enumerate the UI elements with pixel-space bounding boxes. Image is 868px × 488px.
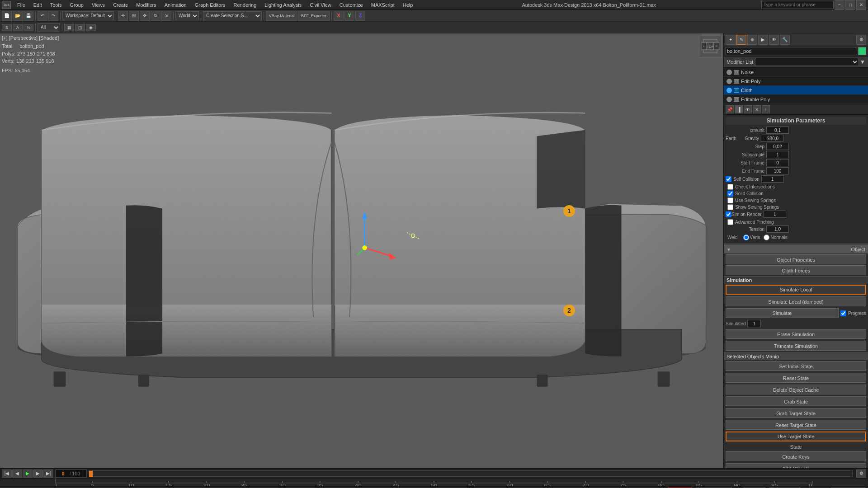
menu-modifiers[interactable]: Modifiers [132, 1, 160, 9]
delete-object-cache-btn[interactable]: Delete Object Cache [726, 385, 866, 394]
motion-tab[interactable]: ▶ [758, 35, 768, 45]
go-start-btn[interactable]: |◀ [2, 469, 12, 478]
utilities-tab[interactable]: 🔧 [780, 35, 790, 45]
modifier-dropdown[interactable] [755, 58, 859, 66]
rp-settings-btn[interactable]: ⚙ [856, 35, 866, 45]
show-sewing-springs-check[interactable] [727, 204, 733, 210]
workspace-select[interactable]: Workspace: Default [62, 11, 114, 20]
isolate-btn[interactable]: ◉ [86, 24, 96, 31]
solid-collision-check[interactable] [727, 191, 733, 197]
reset-target-state-btn[interactable]: Reset Target State [726, 420, 866, 430]
current-frame-input[interactable] [57, 471, 69, 476]
verts-radio[interactable] [743, 235, 749, 240]
maximize-btn[interactable]: □ [845, 0, 855, 10]
filter-select[interactable]: Create Selection S... [203, 11, 262, 20]
timeline-scrubber[interactable] [89, 470, 853, 477]
hierarchy-tab[interactable]: ⊕ [747, 35, 757, 45]
sim-on-render-check[interactable] [726, 211, 731, 217]
modify-tab[interactable]: ✎ [736, 35, 746, 45]
modifier-item-editablepoly[interactable]: □ Editable Poly [724, 95, 868, 104]
menu-edit[interactable]: Edit [30, 1, 46, 9]
new-file-btn[interactable]: 📄 [2, 11, 12, 21]
ref-coord-select[interactable]: World [175, 11, 199, 20]
filter-type-select[interactable]: All [38, 23, 60, 32]
start-frame-input[interactable] [766, 159, 789, 166]
cm-unit-input[interactable] [766, 127, 789, 134]
progress-check-input[interactable] [840, 310, 846, 316]
object-name-input[interactable] [726, 47, 857, 55]
nav-cube[interactable]: TOP L R [699, 35, 722, 58]
x-axis-btn[interactable]: X [334, 11, 344, 21]
menu-file[interactable]: File [14, 1, 29, 9]
use-target-state-btn[interactable]: Use Target State [726, 432, 866, 441]
wireframe-btn[interactable]: ◫ [75, 24, 85, 31]
mod-active-btn[interactable]: ▐ [735, 105, 743, 113]
menu-rendering[interactable]: Rendering [230, 1, 260, 9]
verts-radio-opt[interactable]: Verts [743, 235, 760, 240]
truncate-simulation-btn[interactable]: Truncate Simulation [726, 341, 866, 351]
menu-create[interactable]: Create [109, 1, 132, 9]
menu-customize[interactable]: Customize [336, 1, 367, 9]
scale-btn[interactable]: ⇲ [161, 11, 171, 21]
grab-state-btn[interactable]: Grab State [726, 396, 866, 406]
create-keys-btn[interactable]: Create Keys [726, 451, 866, 461]
viewport[interactable]: [+] [Perspective] [Shaded] Total bolton_… [0, 33, 723, 468]
end-frame-input[interactable] [766, 167, 789, 174]
undo-btn[interactable]: ↶ [38, 11, 47, 21]
move-btn[interactable]: ✥ [140, 11, 150, 21]
rotate-btn[interactable]: ↻ [151, 11, 160, 21]
modifier-list-arrow[interactable]: ▼ [860, 59, 865, 65]
angle-snap-btn[interactable]: A [13, 24, 23, 31]
z-axis-btn[interactable]: Z [355, 11, 365, 21]
select-btn[interactable]: ✛ [118, 11, 128, 21]
go-end-btn[interactable]: ▶| [43, 469, 53, 478]
menu-views[interactable]: Views [88, 1, 108, 9]
cloth-forces-btn[interactable]: Cloth Forces [726, 265, 866, 275]
simulated-input[interactable] [747, 320, 761, 327]
sim-on-render-input[interactable] [764, 211, 786, 218]
snap-toggle-btn[interactable]: S [2, 24, 12, 31]
time-config-btn[interactable]: ⚙ [856, 469, 866, 478]
menu-help[interactable]: Help [399, 1, 417, 9]
vray-material-btn[interactable]: VRay Material [266, 11, 297, 21]
self-collision-check[interactable] [726, 176, 731, 182]
reset-state-btn[interactable]: Reset State [726, 373, 866, 383]
mod-up-btn[interactable]: ↑ [762, 105, 770, 113]
timeline-playhead[interactable] [89, 471, 93, 477]
close-btn[interactable]: ✕ [856, 0, 866, 10]
gravity-input[interactable] [761, 135, 783, 142]
normals-radio-opt[interactable]: Normals [764, 235, 787, 240]
simulate-local-btn[interactable]: Simulate Local [726, 285, 866, 295]
check-intersections-check[interactable] [727, 184, 733, 190]
menu-maxscript[interactable]: MAXScript [368, 1, 398, 9]
step-input[interactable] [766, 143, 789, 150]
menu-graph-editors[interactable]: Graph Editors [191, 1, 229, 9]
use-sewing-springs-check[interactable] [727, 197, 733, 203]
erase-simulation-btn[interactable]: Erase Simulation [726, 329, 866, 339]
save-file-btn[interactable]: 💾 [24, 11, 33, 21]
normals-radio[interactable] [764, 235, 769, 240]
mod-delete-btn[interactable]: ✕ [753, 105, 761, 113]
modifier-item-noise[interactable]: □ Noise [724, 68, 868, 77]
menu-animation[interactable]: Animation [161, 1, 190, 9]
open-file-btn[interactable]: 📂 [13, 11, 23, 21]
object-properties-btn[interactable]: Object Properties [726, 254, 866, 264]
mod-show-btn[interactable]: 👁 [744, 105, 752, 113]
menu-tools[interactable]: Tools [47, 1, 66, 9]
y-axis-btn[interactable]: Y [344, 11, 354, 21]
search-input[interactable] [761, 1, 834, 9]
simulate-btn[interactable]: Simulate [726, 308, 839, 318]
display-tab[interactable]: 👁 [769, 35, 779, 45]
play-btn[interactable]: ▶ [23, 469, 33, 478]
menu-lighting[interactable]: Lighting Analysis [261, 1, 305, 9]
tension-input[interactable] [766, 225, 789, 233]
mod-pin-btn[interactable]: 📌 [726, 105, 734, 113]
percent-snap-btn[interactable]: % [24, 24, 33, 31]
object-collapse-btn[interactable]: ▼ [726, 247, 731, 252]
set-initial-state-btn[interactable]: Set Initial State [726, 361, 866, 371]
minimize-btn[interactable]: − [835, 0, 844, 10]
view-mode-btn[interactable]: ▦ [64, 24, 74, 31]
advanced-pinching-check[interactable] [727, 219, 733, 225]
prev-frame-btn[interactable]: ◀ [12, 469, 22, 478]
modifier-item-editpoly[interactable]: □ Edit Poly [724, 77, 868, 86]
